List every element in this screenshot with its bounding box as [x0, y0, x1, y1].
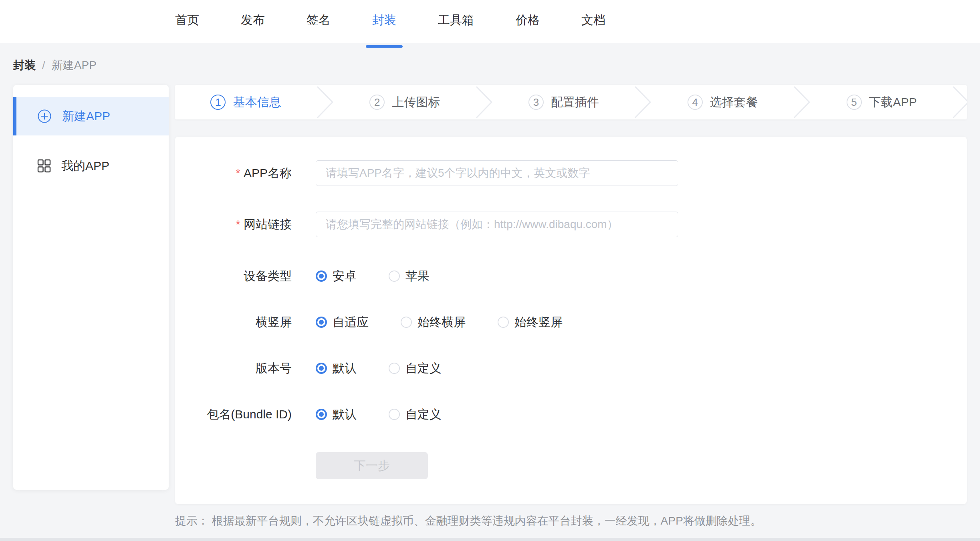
step-select-plan: 4 选择套餐	[652, 94, 793, 111]
nav-item-home[interactable]: 首页	[175, 13, 199, 43]
breadcrumb: 封装 / 新建APP	[13, 59, 980, 72]
bottom-strip	[0, 538, 980, 541]
step-number: 4	[688, 95, 703, 110]
form-row-device-type: 设备类型 安卓 苹果	[175, 268, 967, 285]
bundle-id-label: 包名(Bundle ID)	[175, 406, 292, 423]
radio-version-default[interactable]: 默认	[316, 360, 357, 377]
radio-icon	[498, 317, 509, 328]
step-number: 3	[528, 95, 544, 110]
step-wizard: 1 基本信息 2 上传图标 3 配置插件 4 选择套餐 5 下载APP	[175, 85, 967, 119]
radio-adaptive[interactable]: 自适应	[316, 314, 369, 331]
radio-ios[interactable]: 苹果	[389, 268, 430, 285]
nav-item-docs[interactable]: 文档	[581, 13, 605, 43]
radio-always-portrait[interactable]: 始终竖屏	[498, 314, 563, 331]
radio-icon	[401, 317, 412, 328]
step-basic-info: 1 基本信息	[175, 94, 317, 111]
nav-item-package[interactable]: 封装	[372, 13, 396, 43]
sidebar-item-new-app[interactable]: 新建APP	[13, 97, 169, 135]
form-row-orientation: 横竖屏 自适应 始终横屏 始终竖屏	[175, 314, 967, 331]
sidebar-item-label: 新建APP	[62, 108, 110, 125]
plus-circle-icon	[37, 109, 52, 123]
sidebar-item-my-app[interactable]: 我的APP	[13, 147, 169, 185]
sidebar: 新建APP 我的APP	[13, 85, 169, 490]
step-upload-icon: 2 上传图标	[334, 94, 476, 111]
step-number: 5	[847, 95, 862, 110]
chevron-right-icon	[317, 85, 334, 119]
step-label: 配置插件	[551, 94, 599, 111]
main-panel: 1 基本信息 2 上传图标 3 配置插件 4 选择套餐 5 下载APP	[175, 85, 967, 528]
app-name-input[interactable]	[316, 160, 678, 186]
radio-icon	[389, 270, 400, 282]
sidebar-item-label: 我的APP	[61, 158, 109, 174]
radio-icon	[316, 363, 327, 374]
app-name-label: *APP名称	[175, 165, 292, 182]
step-number: 2	[369, 95, 385, 110]
nav-item-signature[interactable]: 签名	[307, 13, 331, 43]
radio-bundle-custom[interactable]: 自定义	[389, 406, 442, 423]
chevron-right-icon	[793, 85, 811, 119]
site-url-label: *网站链接	[175, 216, 292, 233]
radio-icon	[316, 270, 327, 282]
content-area: 新建APP 我的APP 1 基本信息 2 上	[13, 85, 967, 528]
top-nav-bar: 首页 发布 签名 封装 工具箱 价格 文档	[0, 0, 980, 43]
nav-item-price[interactable]: 价格	[516, 13, 540, 43]
breadcrumb-new-app: 新建APP	[52, 59, 97, 72]
chevron-right-icon	[952, 85, 967, 119]
radio-icon	[389, 363, 400, 374]
platform-rule-note: 提示： 根据最新平台规则，不允许区块链虚拟币、金融理财类等违规内容在平台封装，一…	[175, 514, 967, 528]
site-url-input[interactable]	[316, 212, 678, 237]
main-nav: 首页 发布 签名 封装 工具箱 价格 文档	[175, 0, 605, 43]
version-label: 版本号	[175, 360, 292, 377]
radio-icon	[389, 409, 400, 420]
radio-icon	[316, 317, 327, 328]
step-number: 1	[210, 95, 226, 110]
form-row-bundle-id: 包名(Bundle ID) 默认 自定义	[175, 406, 967, 423]
step-download-app: 5 下载APP	[811, 94, 952, 111]
orientation-label: 横竖屏	[175, 314, 292, 331]
next-step-button[interactable]: 下一步	[316, 452, 428, 479]
breadcrumb-package[interactable]: 封装	[13, 59, 36, 72]
required-mark: *	[236, 218, 240, 231]
radio-icon	[316, 409, 327, 420]
form-row-version: 版本号 默认 自定义	[175, 360, 967, 377]
radio-version-custom[interactable]: 自定义	[389, 360, 442, 377]
form-row-app-name: *APP名称	[175, 160, 967, 186]
radio-bundle-default[interactable]: 默认	[316, 406, 357, 423]
button-row: 下一步	[316, 452, 967, 479]
nav-item-toolbox[interactable]: 工具箱	[438, 13, 474, 43]
step-configure-plugins: 3 配置插件	[493, 94, 635, 111]
chevron-right-icon	[476, 85, 493, 119]
breadcrumb-separator: /	[42, 59, 45, 72]
step-label: 下载APP	[869, 94, 917, 111]
nav-item-publish[interactable]: 发布	[241, 13, 265, 43]
step-label: 上传图标	[392, 94, 440, 111]
radio-android[interactable]: 安卓	[316, 268, 357, 285]
form-row-site-url: *网站链接	[175, 212, 967, 237]
grid-icon	[37, 159, 51, 173]
required-mark: *	[236, 166, 240, 180]
chevron-right-icon	[634, 85, 652, 119]
radio-always-landscape[interactable]: 始终横屏	[401, 314, 466, 331]
step-label: 选择套餐	[710, 94, 758, 111]
step-label: 基本信息	[233, 94, 281, 111]
device-type-label: 设备类型	[175, 268, 292, 285]
basic-info-form: *APP名称 *网站链接 设备类型 安卓	[175, 137, 967, 504]
